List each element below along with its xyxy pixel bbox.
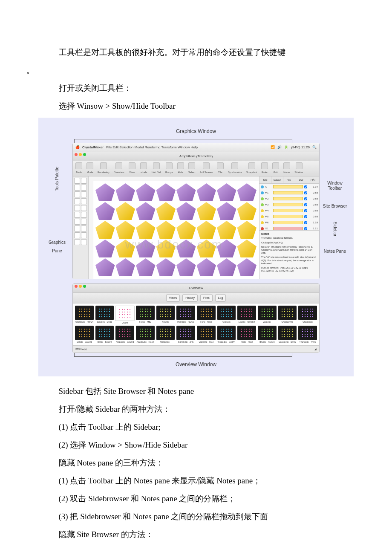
overview-item[interactable]: Thorianite - ThO2 [298,326,317,343]
overview-item[interactable]: Gypsum [217,306,236,324]
overview-item[interactable]: Calcite - CaCO3 [75,326,94,343]
paragraph-hide-notes-1: (1) 点击 Toolbar 上的 Notes pane 来显示/隐藏 Note… [38,473,354,489]
toolbar-item-tools[interactable]: Tools [75,162,82,175]
toolbar-item-labels[interactable]: Labels [140,162,147,175]
overview-item[interactable]: Brucite - Fe2O3 [258,326,277,343]
figure-label-graphics-window: Graphics Window [44,125,348,139]
tool-button[interactable] [74,185,80,191]
tool-button[interactable] [81,239,87,245]
traffic-lights [75,153,86,156]
toolbar-item-range[interactable]: Range [165,162,173,175]
overview-item[interactable]: Aragonite - CaCO3 [115,326,134,343]
toolbar-item-rendering[interactable]: Rendering [98,162,110,175]
minimize-icon[interactable] [79,153,82,156]
tool-button[interactable] [74,178,80,184]
site-row[interactable]: M30.88 [259,202,319,208]
tool-button[interactable] [74,205,80,211]
overview-item[interactable]: Wektonite - [156,326,175,343]
overview-item[interactable]: Rutile - TiO2 [237,326,256,343]
toolbar-item-hide[interactable]: Hide [177,162,184,175]
overview-tab[interactable]: Views [166,294,180,302]
tool-button[interactable] [81,178,87,184]
notes-line: Ca₂Mg₅Si₈O₂₂(OH)₂ [261,241,317,244]
overview-item[interactable]: Zalanite [258,306,277,324]
toolbar-item-ruler[interactable]: Ruler [261,162,268,175]
label-tools-palette: Tools Palette [53,167,61,191]
overview-item[interactable]: Tetraedite - Cu8H4 [217,326,236,343]
tool-button[interactable] [74,219,80,225]
site-row[interactable]: O11.21 [259,225,319,231]
tool-button[interactable] [81,191,87,197]
site-browser-header: SiteColourVisUWr [Å] [259,176,319,184]
tool-button[interactable] [74,198,80,204]
menubar-app-name: CrystalMaker [82,144,104,151]
paragraph-select-winsow: 选择 Winsow > Show/Hide Toolbar [38,98,354,114]
toolbar-item-sidebar[interactable]: Sidebar [294,162,303,175]
toolbar-item-select[interactable]: Select [188,162,196,175]
overview-item[interactable]: Kyanite [156,306,175,324]
site-row[interactable]: M50.88 [259,214,319,220]
toolbar-item-unit-cell[interactable]: Unit Cell [151,162,161,175]
tool-button[interactable] [81,185,87,191]
ruler-horizontal [89,176,259,181]
site-row[interactable]: M40.88 [259,208,319,214]
overview-item[interactable]: Forte - NaCl [197,306,216,324]
notes-line: (Actual formula: (Na₀.₀₂K₀.₀₁) Ca₂.₀₀) (… [261,266,317,272]
overview-item[interactable]: Cassiterite - SnO2 [278,326,297,343]
tool-button[interactable] [81,225,87,231]
zoom-icon[interactable] [83,153,86,156]
overview-tab[interactable]: Log [215,294,226,302]
tool-button[interactable] [81,232,87,238]
overview-item[interactable]: Chalcanite [298,306,317,324]
toolbar-item-full-screen[interactable]: Full Screen [199,162,212,175]
overview-tab[interactable]: History [182,294,198,302]
tool-button[interactable] [74,239,80,245]
notes-heading: Notes [261,232,317,236]
column-header: r [Å] [307,176,319,183]
toolbar-item-notes[interactable]: Notes [283,162,290,175]
site-row[interactable]: M61.18 [259,220,319,225]
close-icon[interactable] [75,153,78,156]
overview-item[interactable]: Quartz [115,306,134,324]
paragraph-hide-notes-2: (2) 双击 Sidebrowser 和 Notes pane 之间的分隔栏； [38,491,354,507]
site-browser-body: A1.14M10.88M20.88M30.88M40.88M50.88M61.1… [259,184,319,231]
column-header: Site [259,176,271,183]
overview-item[interactable]: Uraninite - UO2 [197,326,216,343]
paragraph-hide-notes-3: (3) 把 Sidebrowser 和 Notes pane 之间的分隔栏拖动到… [38,509,354,525]
figure-left-annotations: Tools Palette Graphics Pane [44,143,70,279]
tool-button[interactable] [74,191,80,197]
overview-item[interactable]: Chalcopyrite [278,306,297,324]
overview-item[interactable]: Leucite - NaAlSi4 [237,306,256,324]
graphics-pane[interactable]: www.bdocx.com [89,176,259,279]
toolbar-item-synchronize[interactable]: Synchronize [228,162,242,175]
toolbar-item-view[interactable]: View [129,162,135,175]
figure-right-annotations: Window Toolbar Site Browser Sidebar Note… [322,143,348,279]
site-row[interactable]: M20.88 [259,196,319,202]
toolbar-item-grid[interactable]: Grid [272,162,279,175]
label-window-toolbar: Window Toolbar [322,181,348,191]
tool-button[interactable] [81,219,87,225]
tool-button[interactable] [81,205,87,211]
overview-tab[interactable]: Files [200,294,213,302]
overview-item[interactable]: Sphalerite - ZnS [176,326,195,343]
tool-button[interactable] [74,225,80,231]
toolbar-item-overview[interactable]: Overview [114,162,124,175]
tool-button[interactable] [74,212,80,218]
tool-button[interactable] [81,198,87,204]
overview-item[interactable]: Barite - BaSO4 [95,326,114,343]
overview-item[interactable]: Amphibole - FMn24 [75,306,94,324]
toolbar-item-tile[interactable]: Tile [217,162,224,175]
tool-button[interactable] [74,232,80,238]
site-row[interactable]: M10.88 [259,190,319,196]
site-browser: SiteColourVisUWr [Å] A1.14M10.88M20.88M3… [259,176,319,231]
overview-item[interactable]: Hematite - Fe2O3 [176,306,195,324]
site-row[interactable]: A1.14 [259,184,319,190]
toolbar-item-mode[interactable]: Mode [86,162,93,175]
tool-button[interactable] [81,212,87,218]
toolbar-item-snapshot[interactable]: Snapshot [246,162,257,175]
overview-item[interactable]: Forste - M82 [136,306,155,324]
label-sidebar-vertical: Sidebar [331,222,339,236]
overview-item[interactable]: Epidens - M426 [95,306,114,324]
overview-item[interactable]: Apophylite - KCa4 [136,326,155,343]
spotlight-icon: 🔍 [312,144,317,151]
